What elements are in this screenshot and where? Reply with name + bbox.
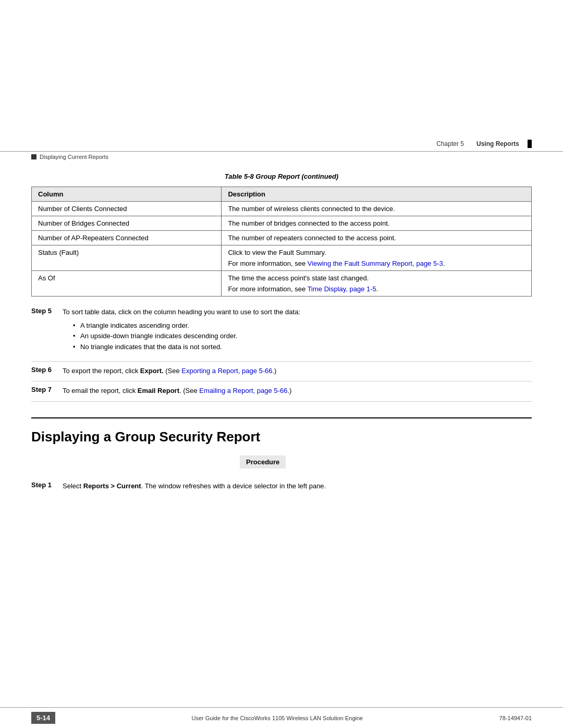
status-fault-link-line: For more information, see Viewing the Fa…: [228, 260, 525, 267]
step-7-label: Step 7: [31, 386, 63, 393]
fault-summary-link[interactable]: Viewing the Fault Summary Report, page 5…: [308, 260, 443, 267]
header-right: Chapter 5 Using Reports: [436, 140, 532, 148]
section-step-1-label: Step 1: [31, 481, 63, 489]
chapter-label: Chapter 5: [436, 140, 464, 147]
table-cell-column: Number of Bridges Connected: [32, 216, 222, 231]
page-footer: 5-14 User Guide for the CiscoWorks 1105 …: [0, 707, 563, 728]
step-6-content: To export the report, click Export. (See…: [63, 366, 532, 376]
chapter-name: Using Reports: [476, 140, 519, 147]
steps-section: Step 5 To sort table data, click on the …: [31, 307, 532, 402]
exporting-link[interactable]: Exporting a Report, page 5-66: [181, 367, 272, 375]
section-heading: Displaying a Group Security Report: [31, 417, 532, 445]
col-header-column: Column: [32, 187, 222, 202]
page-header: Chapter 5 Using Reports: [0, 135, 563, 152]
table-cell-column: Status (Fault): [32, 245, 222, 271]
table-cell-description: Click to view the Fault Summary. For mor…: [222, 245, 532, 271]
status-fault-plain: Click to view the Fault Summary.: [228, 249, 525, 256]
procedure-label: Procedure: [240, 455, 286, 468]
step-6-row: Step 6 To export the report, click Expor…: [31, 366, 532, 376]
emailing-link[interactable]: Emailing a Report, page 5-66: [199, 387, 287, 394]
step-divider: [31, 361, 532, 362]
table-header-row: Column Description: [32, 187, 532, 202]
table-row: Number of AP-Repeaters Connected The num…: [32, 231, 532, 245]
table-cell-column: Number of Clients Connected: [32, 202, 222, 216]
table-cell-description: The number of repeaters connected to the…: [222, 231, 532, 245]
breadcrumb-icon: [31, 154, 36, 159]
table-title: Table 5-8 Group Report (continued): [31, 172, 532, 180]
footer-right-text: 78-14947-01: [499, 715, 532, 721]
procedure-wrapper: Procedure: [136, 455, 532, 475]
section-step-1-content: Select Reports > Current. The window ref…: [63, 481, 532, 491]
step-6-label: Step 6: [31, 366, 63, 374]
table-cell-column: As Of: [32, 271, 222, 297]
table-cell-column: Number of AP-Repeaters Connected: [32, 231, 222, 245]
step-5-label: Step 5: [31, 307, 63, 315]
breadcrumb-text: Displaying Current Reports: [40, 154, 108, 160]
footer-left: 5-14: [31, 712, 55, 724]
list-item: No triangle indicates that the data is n…: [73, 342, 532, 353]
export-bold: Export.: [140, 367, 164, 375]
page-number: 5-14: [31, 712, 55, 724]
main-content: Table 5-8 Group Report (continued) Colum…: [0, 162, 563, 517]
step-divider-2: [31, 381, 532, 381]
reports-current-bold: Reports > Current: [83, 482, 141, 490]
table-row: Status (Fault) Click to view the Fault S…: [32, 245, 532, 271]
step-5-text: To sort table data, click on the column …: [63, 308, 300, 316]
as-of-link-line: For more information, see Time Display, …: [228, 285, 525, 293]
header-separator-bar: [528, 140, 532, 148]
page-subheader: Displaying Current Reports: [0, 152, 563, 162]
col-header-description: Description: [222, 187, 532, 202]
step-5-content: To sort table data, click on the column …: [63, 307, 532, 356]
list-item: An upside-down triangle indicates descen…: [73, 331, 532, 342]
as-of-plain: The time the access point's state last c…: [228, 274, 525, 282]
table-row: Number of Clients Connected The number o…: [32, 202, 532, 216]
table-row: Number of Bridges Connected The number o…: [32, 216, 532, 231]
list-item: A triangle indicates ascending order.: [73, 320, 532, 331]
step-5-bullets: A triangle indicates ascending order. An…: [73, 320, 532, 353]
table-cell-description: The number of bridges connected to the a…: [222, 216, 532, 231]
page: Chapter 5 Using Reports Displaying Curre…: [0, 0, 563, 728]
step-7-row: Step 7 To email the report, click Email …: [31, 386, 532, 396]
step-divider-3: [31, 401, 532, 402]
table-row: As Of The time the access point's state …: [32, 271, 532, 297]
footer-center-text: User Guide for the CiscoWorks 1105 Wirel…: [66, 715, 489, 721]
group-report-table: Column Description Number of Clients Con…: [31, 187, 532, 297]
section-step-1-row: Step 1 Select Reports > Current. The win…: [31, 481, 532, 491]
time-display-link[interactable]: Time Display, page 1-5: [308, 285, 376, 293]
table-cell-description: The time the access point's state last c…: [222, 271, 532, 297]
step-5-row: Step 5 To sort table data, click on the …: [31, 307, 532, 356]
email-report-bold: Email Report: [138, 387, 179, 394]
step-7-content: To email the report, click Email Report.…: [63, 386, 532, 396]
table-cell-description: The number of wireless clients connected…: [222, 202, 532, 216]
